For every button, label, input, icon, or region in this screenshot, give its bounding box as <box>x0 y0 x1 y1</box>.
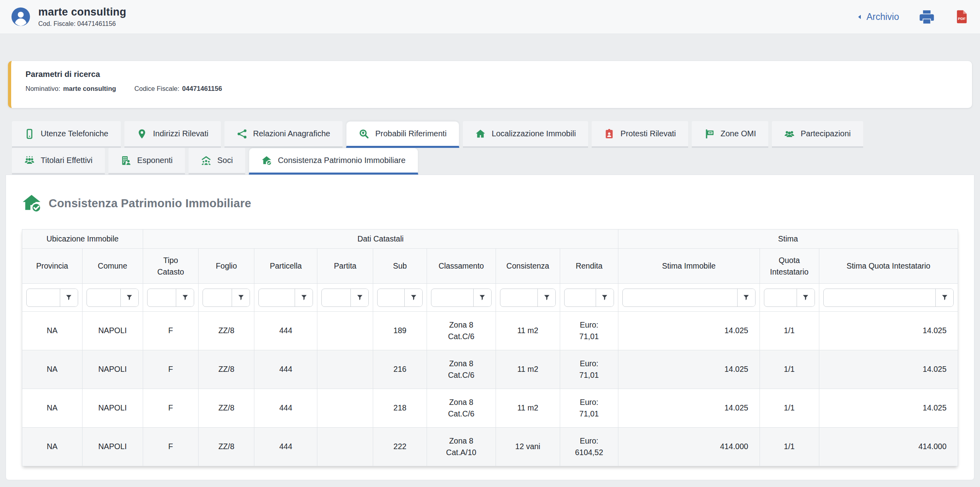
cell-partita <box>317 312 373 350</box>
cell-value: 414.000 <box>720 442 748 451</box>
cell-stima-immobile: 14.025 <box>618 350 760 389</box>
funnel-icon[interactable] <box>596 289 614 306</box>
cell-stima-immobile: 14.025 <box>618 389 760 428</box>
tab-soci[interactable]: Soci <box>189 148 245 175</box>
cell-rendita: Euro: 6104,52 <box>560 428 618 466</box>
cell-stima-quota-intestatario: 14.025 <box>819 350 958 389</box>
funnel-icon[interactable] <box>797 289 815 306</box>
cell-rendita: Euro: 71,01 <box>560 389 618 428</box>
filter-input-classamento[interactable] <box>431 289 473 306</box>
funnel-icon[interactable] <box>120 289 138 306</box>
cell-sub: 189 <box>373 312 427 350</box>
cell-rendita: Euro: 71,01 <box>560 350 618 389</box>
assets-table: Ubicazione ImmobileDati CatastaliStimaPr… <box>22 229 958 466</box>
filter-box-particella <box>258 289 313 307</box>
tab-partecipazioni[interactable]: Partecipazioni <box>772 121 863 148</box>
column-header-classamento: Classamento <box>427 249 496 284</box>
cell-provincia: NA <box>22 428 83 466</box>
filter-input-provincia[interactable] <box>27 289 60 306</box>
column-header-label: Foglio <box>216 261 237 270</box>
cell-classamento: Zona 8 Cat.A/10 <box>427 428 496 466</box>
tab-consistenza-patrimonio-immobiliare[interactable]: Consistenza Patrimonio Immobiliare <box>249 148 418 175</box>
funnel-icon[interactable] <box>232 289 250 306</box>
tab-localizzazione-immobili[interactable]: Localizzazione Immobili <box>463 121 588 148</box>
tab-esponenti[interactable]: Esponenti <box>108 148 185 175</box>
filter-box-consistenza <box>500 289 556 307</box>
funnel-icon[interactable] <box>737 289 755 306</box>
cell-tipo-catasto: F <box>143 312 199 350</box>
table-row: NANAPOLIFZZ/8444189Zona 8 Cat.C/611 m2Eu… <box>22 312 958 350</box>
tab-titolari-effettivi[interactable]: Titolari Effettivi <box>12 148 105 175</box>
pdf-file-icon[interactable]: PDF <box>954 10 969 24</box>
printer-icon[interactable] <box>919 9 935 25</box>
cell-classamento: Zona 8 Cat.C/6 <box>427 389 496 428</box>
cell-quota-intestatario: 1/1 <box>760 428 819 466</box>
topbar-actions: Archivio PDF <box>857 9 969 25</box>
archive-link-label: Archivio <box>866 12 899 22</box>
filter-input-sub[interactable] <box>378 289 404 306</box>
tab-relazioni-anagrafiche[interactable]: Relazioni Anagrafiche <box>224 121 342 148</box>
section-title: Consistenza Patrimonio Immobiliare <box>49 197 251 210</box>
cell-value: ZZ/8 <box>218 326 234 335</box>
filter-input-rendita[interactable] <box>565 289 596 306</box>
cell-value: NAPOLI <box>98 365 127 373</box>
filter-input-stima-quota-intestatario[interactable] <box>824 289 935 306</box>
funnel-icon[interactable] <box>350 289 368 306</box>
cell-value: Euro: 71,01 <box>571 358 606 381</box>
content-panel: Consistenza Patrimonio Immobiliare Ubica… <box>6 175 974 480</box>
funnel-icon[interactable] <box>473 289 491 306</box>
funnel-icon[interactable] <box>404 289 422 306</box>
house-check-icon <box>262 155 272 166</box>
column-header-label: Rendita <box>576 261 602 270</box>
cell-value: 1/1 <box>784 365 795 373</box>
filter-input-particella[interactable] <box>259 289 295 306</box>
tab-bar: Utenze TelefonicheIndirizzi RilevatiRela… <box>12 121 980 175</box>
tab-zone-omi[interactable]: Zone OMI <box>692 121 768 148</box>
phone-icon <box>24 129 35 139</box>
section-head: Consistenza Patrimonio Immobiliare <box>22 193 958 213</box>
filter-input-quota-intestatario[interactable] <box>764 289 797 306</box>
column-header-label: Classamento <box>439 261 484 270</box>
filter-box-stima-immobile <box>622 289 756 307</box>
cell-value: NA <box>47 326 57 335</box>
tab-protesti-rilevati[interactable]: Protesti Rilevati <box>592 121 688 148</box>
filter-input-foglio[interactable] <box>203 289 232 306</box>
cell-value: 14.025 <box>724 365 748 373</box>
map-sign-icon <box>704 129 714 139</box>
filter-input-partita[interactable] <box>322 289 350 306</box>
cell-consistenza: 12 vani <box>496 428 560 466</box>
search-params-title: Parametri di ricerca <box>26 70 958 79</box>
tab-indirizzi-rilevati[interactable]: Indirizzi Rilevati <box>124 121 221 148</box>
funnel-icon[interactable] <box>176 289 194 306</box>
column-header-label: Sub <box>393 261 407 270</box>
group-header-ubicazione-immobile: Ubicazione Immobile <box>22 230 143 249</box>
title-block: marte consulting Cod. Fiscale: 044714611… <box>38 6 126 27</box>
column-header-label: Tipo Catasto <box>154 255 187 277</box>
cell-value: NAPOLI <box>98 442 127 451</box>
cell-comune: NAPOLI <box>82 350 143 389</box>
filter-box-classamento <box>431 289 492 307</box>
funnel-icon[interactable] <box>295 289 313 306</box>
filter-input-stima-immobile[interactable] <box>623 289 737 306</box>
funnel-icon[interactable] <box>60 289 78 306</box>
archive-link[interactable]: Archivio <box>857 12 899 22</box>
filter-cell-consistenza <box>496 284 560 312</box>
filter-input-consistenza[interactable] <box>500 289 537 306</box>
cell-quota-intestatario: 1/1 <box>760 389 819 428</box>
filter-cell-stima-immobile <box>618 284 760 312</box>
people-group-icon <box>24 155 35 166</box>
cell-value: 444 <box>279 365 292 373</box>
filter-input-tipo-catasto[interactable] <box>148 289 176 306</box>
column-header-stima-quota-intestatario: Stima Quota Intestatario <box>819 249 958 284</box>
tab-probabili-riferimenti[interactable]: Probabili Riferimenti <box>346 121 459 148</box>
funnel-icon[interactable] <box>537 289 555 306</box>
funnel-icon[interactable] <box>935 289 953 306</box>
cell-value: 444 <box>279 403 292 412</box>
cell-rendita: Euro: 71,01 <box>560 312 618 350</box>
column-header-particella: Particella <box>254 249 317 284</box>
table-row: NANAPOLIFZZ/8444218Zona 8 Cat.C/611 m2Eu… <box>22 389 958 428</box>
tab-utenze-telefoniche[interactable]: Utenze Telefoniche <box>12 121 121 148</box>
cell-sub: 218 <box>373 389 427 428</box>
filter-box-foglio <box>203 289 250 307</box>
filter-input-comune[interactable] <box>87 289 120 306</box>
